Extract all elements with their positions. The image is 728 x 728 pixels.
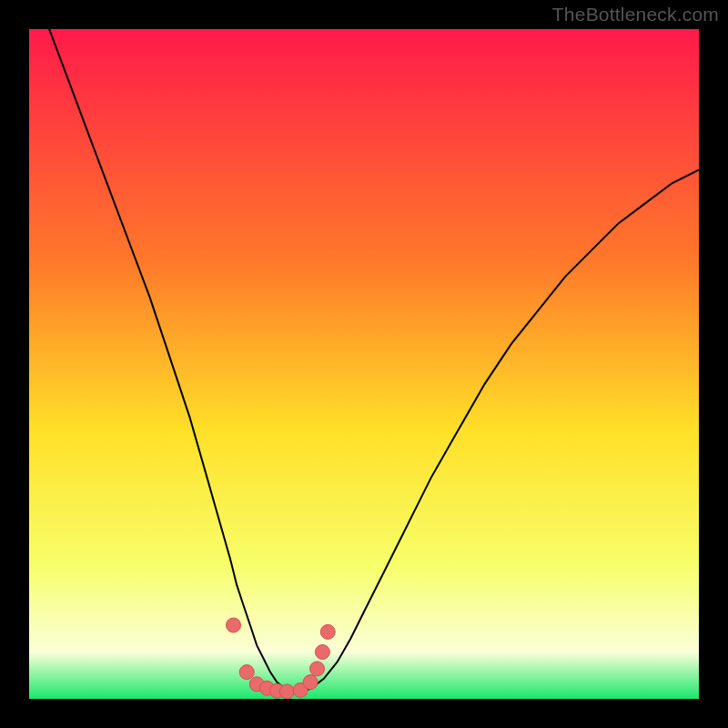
data-marker: [320, 624, 335, 639]
gradient-background: [29, 29, 699, 699]
data-marker: [303, 675, 318, 690]
data-marker: [315, 645, 329, 660]
data-marker: [227, 618, 241, 632]
bottleneck-chart: [29, 29, 699, 699]
figure-frame: TheBottleneck.com: [0, 0, 728, 728]
data-marker: [239, 665, 254, 680]
data-marker: [279, 684, 294, 699]
watermark-text: TheBottleneck.com: [552, 4, 719, 25]
data-marker: [310, 662, 325, 676]
